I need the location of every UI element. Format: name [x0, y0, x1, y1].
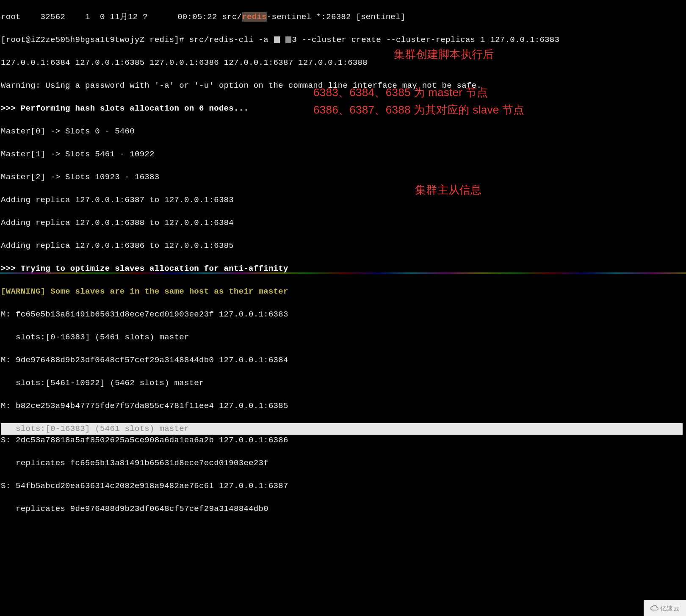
addrep1-line: Adding replica 127.0.0.1:6387 to 127.0.0… [1, 194, 685, 206]
m2-b: slots:[5461-10922] (5462 slots) master [1, 377, 685, 389]
s1-b: replicates fc65e5b13a81491b65631d8ece7ec… [1, 458, 685, 469]
master2-line: Master[2] -> Slots 10923 - 16383 [1, 172, 685, 183]
annotation-cluster-info: 集群主从信息 [415, 184, 482, 196]
master0-line: Master[0] -> Slots 0 - 5460 [1, 126, 685, 137]
terminal-output: root 32562 1 0 11月12 ? 00:05:22 src/redi… [0, 0, 686, 526]
m1-a: M: fc65e5b13a81491b65631d8ece7ecd01903ee… [1, 309, 685, 320]
redis-highlight: redis [242, 12, 267, 22]
redacted-box [274, 36, 280, 43]
glitch-bar [0, 272, 686, 274]
watermark: 亿速云 [644, 600, 686, 616]
cloud-icon [650, 604, 658, 612]
prompt-line: [root@iZ2ze505h9bgsa1t9twojyZ redis]# sr… [1, 34, 685, 46]
m2-a: M: 9de976488d9b23df0648cf57cef29a3148844… [1, 355, 685, 366]
prompt-pre: [root@iZ2ze505h9bgsa1t9twojyZ redis]# sr… [1, 35, 274, 44]
annotation-master-nodes: 6383、6384、6385 为 master 节点 [313, 87, 488, 98]
s1-a: S: 2dc53a78818a5af8502625a5ce908a6da1ea6… [1, 435, 685, 446]
selected-line[interactable]: slots:[0-16383] (5461 slots) master [1, 423, 683, 435]
warn-same-host-line: [WARNING] Some slaves are in the same ho… [1, 286, 685, 297]
ps-line: root 32562 1 0 11月12 ? 00:05:22 src/redi… [1, 11, 685, 23]
annotation-script-executed: 集群创建脚本执行后 [394, 49, 494, 60]
watermark-text: 亿速云 [660, 602, 680, 614]
addresses-line: 127.0.0.1:6384 127.0.0.1:6385 127.0.0.1:… [1, 57, 685, 69]
redacted-box [285, 36, 291, 43]
master1-line: Master[1] -> Slots 5461 - 10922 [1, 149, 685, 160]
annotation-slave-nodes: 6386、6387、6388 为其对应的 slave 节点 [313, 104, 525, 116]
prompt-mid: 3 --cluster create --cluster-replicas 1 … [292, 35, 564, 44]
s2-a: S: 54fb5abcd20ea636314c2082e918a9482ae76… [1, 480, 685, 492]
addrep2-line: Adding replica 127.0.0.1:6388 to 127.0.0… [1, 217, 685, 229]
m1-b: slots:[0-16383] (5461 slots) master [1, 332, 685, 343]
addrep3-line: Adding replica 127.0.0.1:6386 to 127.0.0… [1, 240, 685, 252]
m3-a: M: b82ce253a94b47775fde7f57da855c4781f11… [1, 400, 685, 412]
s2-b: replicates 9de976488d9b23df0648cf57cef29… [1, 503, 685, 515]
ps-pre: root 32562 1 0 11月12 ? 00:05:22 src/ [1, 12, 242, 22]
ps-post: -sentinel *:26382 [sentinel] [267, 12, 406, 22]
